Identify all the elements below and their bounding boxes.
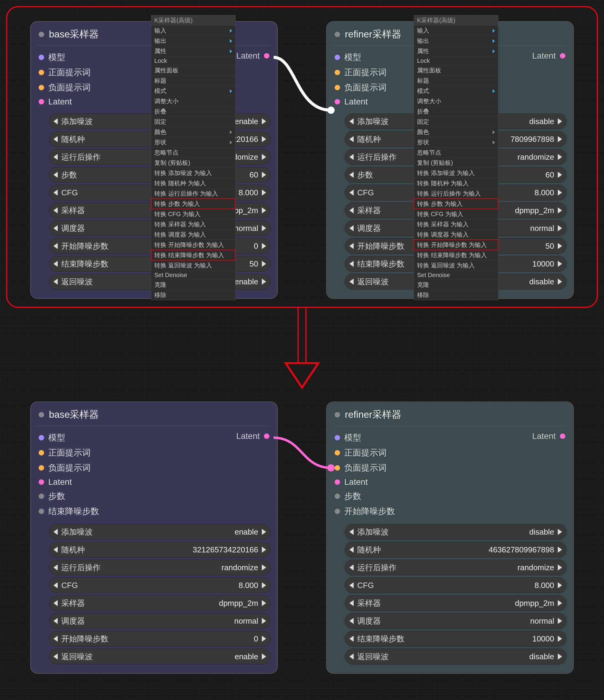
menu-item-2[interactable]: 属性	[151, 46, 235, 56]
input-port-0[interactable]: 模型	[38, 50, 92, 65]
widget-value[interactable]: 0	[108, 634, 258, 644]
menu-item-26[interactable]: 移除	[151, 290, 235, 300]
widget-3[interactable]: CFG8.000	[49, 577, 271, 593]
chevron-right-icon[interactable]	[262, 136, 266, 142]
input-port-4[interactable]: 步数	[38, 489, 100, 504]
widget-0[interactable]: 添加噪波disable	[345, 524, 566, 540]
menu-item-1[interactable]: 输出	[151, 35, 235, 46]
port-dot-icon[interactable]	[39, 479, 44, 485]
port-dot-icon[interactable]	[335, 55, 340, 60]
widget-value[interactable]: normal	[85, 617, 258, 626]
chevron-left-icon[interactable]	[349, 136, 354, 142]
chevron-left-icon[interactable]	[349, 582, 354, 588]
chevron-right-icon[interactable]	[558, 118, 562, 124]
port-dot-icon[interactable]	[335, 465, 340, 471]
chevron-left-icon[interactable]	[349, 118, 354, 124]
input-port-5[interactable]: 结束降噪步数	[38, 504, 100, 519]
widget-value[interactable]: disable	[389, 652, 554, 661]
input-port-0[interactable]: 模型	[333, 50, 388, 65]
collapse-dot-icon[interactable]	[39, 412, 44, 418]
chevron-left-icon[interactable]	[53, 529, 58, 535]
chevron-right-icon[interactable]	[262, 636, 266, 642]
menu-item-24[interactable]: Set Denoise	[414, 271, 498, 279]
widget-7[interactable]: 返回噪波enable	[49, 649, 271, 665]
chevron-right-icon[interactable]	[262, 225, 266, 231]
widget-0[interactable]: 添加噪波enable	[49, 524, 271, 540]
widget-value[interactable]: enable	[93, 527, 258, 537]
port-dot-icon[interactable]	[39, 450, 44, 455]
chevron-left-icon[interactable]	[53, 136, 58, 142]
menu-item-5[interactable]: 标题	[414, 75, 498, 86]
widget-value[interactable]: 8.000	[374, 581, 554, 590]
port-dot-icon[interactable]	[39, 494, 44, 499]
widget-1[interactable]: 随机种463627809967898	[345, 542, 566, 557]
menu-item-18[interactable]: 转换 CFG 为输入	[151, 209, 235, 219]
menu-item-4[interactable]: 属性面板	[414, 65, 498, 75]
chevron-right-icon[interactable]	[558, 582, 562, 588]
menu-item-3[interactable]: Lock	[151, 56, 235, 65]
menu-item-11[interactable]: 形状	[151, 137, 235, 147]
widget-value[interactable]: 10000	[404, 634, 554, 644]
chevron-right-icon[interactable]	[558, 243, 562, 249]
collapse-dot-icon[interactable]	[335, 32, 340, 37]
menu-item-12[interactable]: 忽略节点	[414, 147, 498, 157]
input-port-1[interactable]: 正面提示词	[333, 65, 388, 80]
menu-item-13[interactable]: 复制 (剪贴板)	[414, 157, 498, 168]
menu-item-25[interactable]: 克隆	[151, 279, 235, 290]
node-base-sampler-bottom[interactable]: base采样器 模型正面提示词负面提示词Latent步数结束降噪步数 Laten…	[30, 401, 278, 674]
chevron-right-icon[interactable]	[558, 636, 562, 642]
widget-value[interactable]: dpmpp_2m	[381, 599, 554, 608]
output-latent-port[interactable]	[560, 433, 565, 439]
widget-3[interactable]: CFG8.000	[345, 577, 566, 593]
menu-item-18[interactable]: 转换 CFG 为输入	[414, 209, 498, 219]
menu-item-7[interactable]: 调整大小	[414, 96, 498, 106]
chevron-right-icon[interactable]	[558, 207, 562, 214]
chevron-left-icon[interactable]	[53, 636, 58, 642]
chevron-right-icon[interactable]	[262, 261, 266, 267]
menu-item-26[interactable]: 移除	[414, 290, 498, 300]
chevron-right-icon[interactable]	[262, 172, 266, 178]
widget-4[interactable]: 采样器dpmpp_2m	[49, 595, 271, 611]
port-dot-icon[interactable]	[39, 99, 44, 104]
chevron-left-icon[interactable]	[53, 565, 58, 571]
widget-value[interactable]: 463627809967898	[381, 545, 554, 554]
menu-item-7[interactable]: 调整大小	[151, 96, 235, 106]
collapse-dot-icon[interactable]	[335, 412, 340, 418]
chevron-right-icon[interactable]	[262, 279, 266, 285]
chevron-left-icon[interactable]	[53, 653, 58, 659]
input-port-1[interactable]: 正面提示词	[38, 445, 100, 460]
menu-item-20[interactable]: 转换 调度器 为输入	[151, 229, 235, 240]
input-port-2[interactable]: 负面提示词	[333, 80, 388, 95]
context-menu-base[interactable]: K采样器(高级)输入输出属性Lock属性面板标题模式调整大小折叠固定颜色形状忽略…	[151, 15, 236, 300]
menu-item-22[interactable]: 转换 结束降噪步数 为输入	[151, 250, 235, 260]
widget-value[interactable]: randomize	[396, 563, 554, 572]
input-port-3[interactable]: Latent	[38, 475, 100, 489]
widget-value[interactable]: dpmpp_2m	[85, 599, 258, 608]
menu-item-16[interactable]: 转换 运行后操作 为输入	[414, 189, 498, 199]
port-dot-icon[interactable]	[335, 85, 340, 90]
input-port-3[interactable]: Latent	[38, 95, 92, 108]
chevron-right-icon[interactable]	[558, 261, 562, 267]
chevron-left-icon[interactable]	[53, 547, 58, 553]
chevron-left-icon[interactable]	[53, 154, 58, 160]
widget-4[interactable]: 采样器dpmpp_2m	[345, 595, 566, 611]
chevron-left-icon[interactable]	[349, 636, 354, 642]
port-dot-icon[interactable]	[335, 70, 340, 75]
menu-item-3[interactable]: Lock	[414, 56, 498, 65]
collapse-dot-icon[interactable]	[39, 32, 44, 37]
widget-value[interactable]: enable	[93, 652, 258, 661]
node-title[interactable]: base采样器	[38, 402, 271, 426]
input-port-4[interactable]: 步数	[333, 489, 396, 504]
chevron-right-icon[interactable]	[262, 207, 266, 214]
chevron-left-icon[interactable]	[53, 118, 58, 124]
port-dot-icon[interactable]	[335, 99, 340, 104]
chevron-left-icon[interactable]	[349, 565, 354, 571]
chevron-right-icon[interactable]	[262, 529, 266, 535]
menu-item-16[interactable]: 转换 运行后操作 为输入	[151, 189, 235, 199]
node-title[interactable]: refiner采样器	[333, 402, 566, 426]
input-port-1[interactable]: 正面提示词	[38, 65, 92, 80]
context-menu-refiner[interactable]: K采样器(高级)输入输出属性Lock属性面板标题模式调整大小折叠固定颜色形状忽略…	[414, 15, 498, 300]
port-dot-icon[interactable]	[335, 479, 340, 485]
output-latent-port[interactable]	[264, 53, 269, 58]
menu-item-11[interactable]: 形状	[414, 137, 498, 147]
